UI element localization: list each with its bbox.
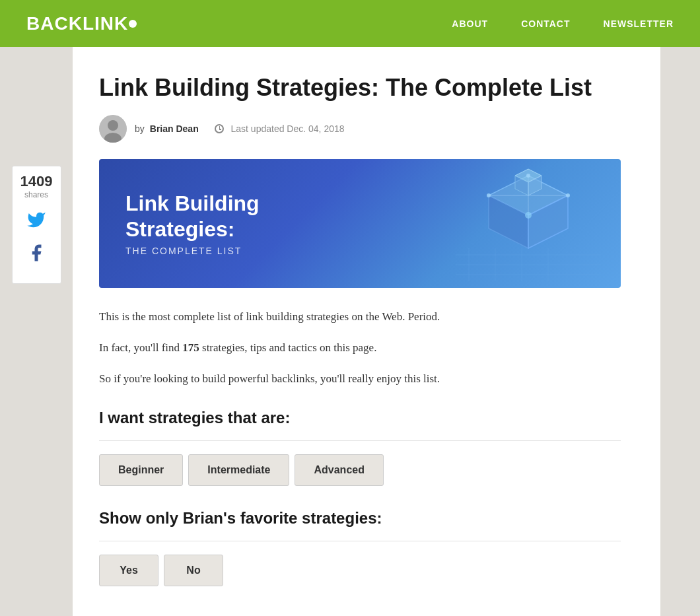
- hero-title: Link BuildingStrategies:: [125, 191, 260, 242]
- share-label: shares: [13, 190, 61, 199]
- page-wrapper: 1409 shares Link Building Strategies: Th: [0, 47, 700, 616]
- favorites-heading: Show only Brian's favorite strategies:: [99, 509, 621, 528]
- twitter-share-button[interactable]: [22, 207, 51, 236]
- nav-menu: ABOUT CONTACT NEWSLETTER: [452, 18, 674, 30]
- nav-link-contact[interactable]: CONTACT: [521, 18, 570, 29]
- article-title: Link Building Strategies: The Complete L…: [99, 73, 621, 102]
- author-name: Brian Dean: [150, 123, 199, 134]
- share-box: 1409 shares: [12, 166, 61, 284]
- author-prefix: by: [135, 123, 145, 134]
- favorites-divider: [99, 541, 621, 541]
- filter-button-advanced[interactable]: Advanced: [295, 454, 383, 486]
- svg-point-18: [487, 193, 491, 197]
- author-avatar: [99, 115, 127, 143]
- sidebar: 1409 shares: [0, 47, 73, 616]
- intro-paragraph-2: In fact, you'll find 175 strategies, tip…: [99, 339, 621, 358]
- nav-item-contact[interactable]: CONTACT: [521, 18, 570, 30]
- filter-buttons: Beginner Intermediate Advanced: [99, 454, 621, 486]
- nav-item-newsletter[interactable]: NEWSLETTER: [604, 18, 674, 30]
- svg-point-19: [566, 193, 570, 197]
- hero-decoration: [456, 162, 601, 281]
- yesno-buttons: Yes No: [99, 555, 621, 586]
- favorites-button-no[interactable]: No: [164, 555, 223, 586]
- last-updated-label: Last updated: [231, 123, 285, 134]
- svg-point-21: [525, 212, 532, 219]
- author-meta: by Brian Dean Last updated Dec. 04, 2018: [135, 123, 345, 134]
- right-spacer: [660, 47, 700, 616]
- svg-point-20: [526, 174, 530, 178]
- intro-2-after: strategies, tips and tactics on this pag…: [199, 341, 377, 354]
- logo-dot: [129, 20, 137, 28]
- last-updated-date: Dec. 04, 2018: [287, 123, 344, 134]
- nav-item-about[interactable]: ABOUT: [452, 18, 488, 30]
- clock-icon: [215, 124, 224, 133]
- twitter-icon: [26, 210, 46, 234]
- filter-heading: I want strategies that are:: [99, 409, 621, 427]
- facebook-share-button[interactable]: [22, 240, 51, 269]
- intro-2-before: In fact, you'll find: [99, 341, 182, 354]
- navbar: BACKLINK ABOUT CONTACT NEWSLETTER: [0, 0, 700, 47]
- facebook-icon: [26, 243, 46, 267]
- filter-button-intermediate[interactable]: Intermediate: [188, 454, 289, 486]
- hero-image: Link BuildingStrategies: THE COMPLETE LI…: [99, 159, 621, 288]
- logo-text: BACKLINK: [26, 13, 128, 34]
- intro-2-number: 175: [182, 341, 199, 354]
- nav-link-about[interactable]: ABOUT: [452, 18, 488, 29]
- intro-paragraph-3: So if you're looking to build powerful b…: [99, 370, 621, 389]
- share-count: 1409: [13, 173, 61, 190]
- main-content: Link Building Strategies: The Complete L…: [73, 47, 660, 616]
- svg-point-1: [108, 120, 118, 131]
- hero-subtitle: THE COMPLETE LIST: [125, 246, 260, 256]
- author-line: by Brian Dean Last updated Dec. 04, 2018: [99, 115, 621, 143]
- hero-text-block: Link BuildingStrategies: THE COMPLETE LI…: [125, 191, 260, 256]
- filter-button-beginner[interactable]: Beginner: [99, 454, 183, 486]
- nav-link-newsletter[interactable]: NEWSLETTER: [604, 18, 674, 29]
- favorites-button-yes[interactable]: Yes: [99, 555, 158, 586]
- filter-divider: [99, 440, 621, 441]
- site-logo[interactable]: BACKLINK: [26, 13, 137, 34]
- intro-paragraph-1: This is the most complete list of link b…: [99, 308, 621, 327]
- last-updated: Last updated Dec. 04, 2018: [231, 123, 345, 134]
